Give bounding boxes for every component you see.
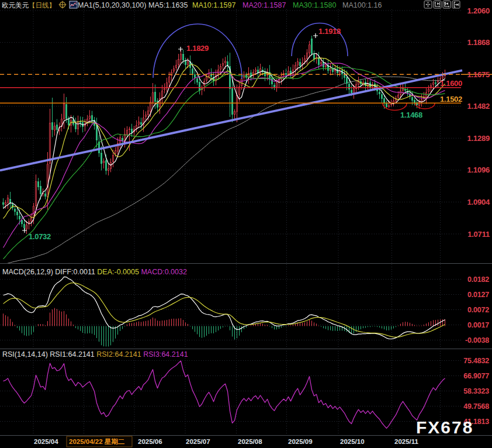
svg-text:MA1(5,10,20,30,100): MA1(5,10,20,30,100) — [78, 1, 146, 9]
svg-text:75.4832: 75.4832 — [463, 357, 489, 365]
svg-text:0.0127: 0.0127 — [467, 291, 489, 299]
svg-text:2025/08: 2025/08 — [238, 438, 262, 445]
svg-text:1.1918: 1.1918 — [318, 27, 341, 36]
svg-text:MA5:1.1635: MA5:1.1635 — [148, 1, 188, 9]
svg-text:MA30:1.1580: MA30:1.1580 — [293, 1, 336, 9]
svg-text:2025/07: 2025/07 — [186, 438, 210, 445]
svg-text:1.1600: 1.1600 — [440, 79, 462, 88]
svg-text:1.2060: 1.2060 — [467, 6, 490, 15]
svg-text:1.1675: 1.1675 — [467, 70, 490, 79]
svg-text:1.1868: 1.1868 — [467, 38, 490, 47]
svg-text:MACD(26,12,9) DIFF:0.0011 DEA:: MACD(26,12,9) DIFF:0.0011 DEA:-0.0005 MA… — [2, 268, 187, 276]
svg-text:1.0732: 1.0732 — [29, 232, 51, 241]
svg-text:-0.0038: -0.0038 — [465, 336, 489, 344]
svg-text:MA100:1.16: MA100:1.16 — [342, 1, 382, 9]
svg-text:1.1482: 1.1482 — [467, 102, 490, 111]
svg-text:MA20:1.1587: MA20:1.1587 — [242, 1, 286, 9]
svg-text:1.0711: 1.0711 — [467, 230, 490, 239]
svg-text:1.1096: 1.1096 — [467, 166, 490, 174]
svg-text:66.9077: 66.9077 — [463, 372, 489, 380]
svg-text:2025/11: 2025/11 — [394, 438, 419, 445]
svg-text:2025/04: 2025/04 — [34, 438, 58, 445]
svg-text:1.1289: 1.1289 — [467, 134, 490, 143]
svg-text:2025/09: 2025/09 — [288, 438, 313, 445]
svg-text:1.1468: 1.1468 — [400, 111, 422, 119]
svg-text:欧元美元【日线】: 欧元美元【日线】 — [2, 2, 56, 9]
svg-text:RSI(14,14,14) RSI1:64.2141 RSI: RSI(14,14,14) RSI1:64.2141 RSI2:64.2141 … — [2, 350, 188, 359]
svg-text:2025/04/22 星期二: 2025/04/22 星期二 — [69, 438, 125, 445]
svg-text:58.3323: 58.3323 — [463, 387, 489, 395]
svg-text:2025/06: 2025/06 — [138, 438, 162, 445]
svg-text:1.1502: 1.1502 — [440, 95, 462, 104]
svg-text:FX678: FX678 — [416, 418, 473, 437]
svg-text:0.0072: 0.0072 — [467, 306, 489, 314]
svg-text:1.0904: 1.0904 — [467, 198, 490, 206]
svg-text:0.0182: 0.0182 — [467, 275, 489, 284]
svg-text:0.0017: 0.0017 — [467, 321, 489, 329]
svg-text:49.7568: 49.7568 — [463, 402, 489, 411]
svg-text:1.1829: 1.1829 — [186, 44, 209, 53]
svg-text:MA10:1.1597: MA10:1.1597 — [192, 1, 235, 9]
svg-text:2025/10: 2025/10 — [340, 438, 365, 445]
